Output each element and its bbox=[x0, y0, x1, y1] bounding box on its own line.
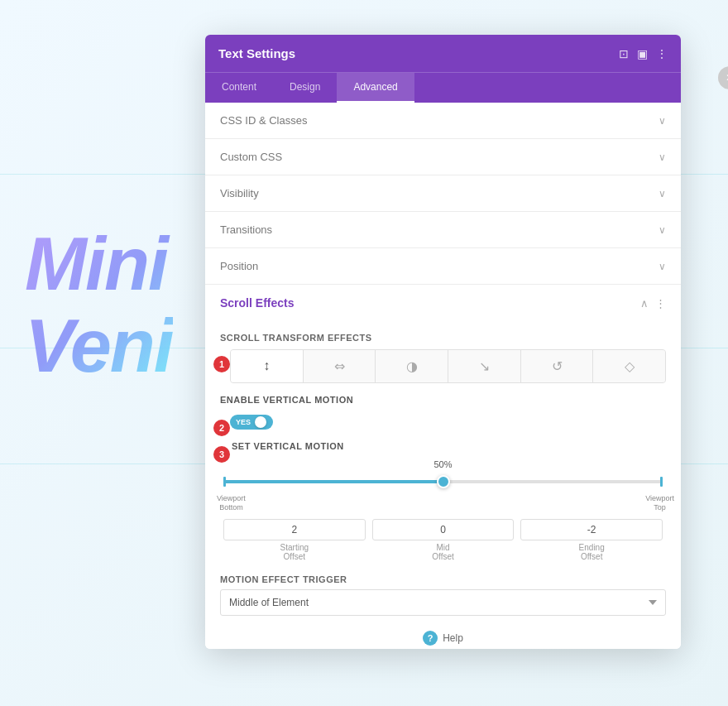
toggle-knob bbox=[255, 416, 266, 428]
accordion-custom-css-label: Custom CSS bbox=[220, 151, 282, 163]
accordion-custom-css-header[interactable]: Custom CSS ∨ bbox=[205, 139, 681, 175]
vertical-motion-icon: ↕ bbox=[263, 358, 270, 372]
motion-slider-area: 50% ViewportBottom ViewportTop bbox=[220, 459, 666, 561]
chevron-down-icon: ∨ bbox=[659, 261, 666, 272]
accordion-css-id-header[interactable]: CSS ID & Classes ∨ bbox=[205, 103, 681, 138]
chevron-down-icon: ∨ bbox=[659, 224, 666, 236]
mid-offset-item: MidOffset bbox=[372, 519, 515, 561]
rotate-icon: ↺ bbox=[552, 359, 563, 373]
ending-offset-label: EndingOffset bbox=[520, 543, 663, 561]
scroll-effects-body: Scroll Transform Effects 1 ↕ ⇔ ◑ bbox=[205, 333, 681, 649]
enable-motion-wrapper: Enable Vertical Motion 2 YES bbox=[220, 395, 666, 430]
tab-content[interactable]: Content bbox=[205, 73, 273, 103]
chevron-down-icon: ∨ bbox=[659, 188, 666, 199]
transform-icons-row: ↕ ⇔ ◑ ↘ ↺ bbox=[230, 349, 666, 383]
accordion-visibility-label: Visibility bbox=[220, 187, 259, 199]
slider-percentage: 50% bbox=[223, 459, 663, 469]
accordion-position-label: Position bbox=[220, 260, 258, 272]
set-vertical-motion-label: Set Vertical Motion bbox=[232, 441, 344, 451]
chevron-down-icon: ∨ bbox=[659, 115, 666, 127]
panel-tabs: Content Design Advanced bbox=[205, 72, 681, 103]
transform-horizontal-btn[interactable]: ⇔ bbox=[304, 350, 376, 382]
slider-thumb[interactable] bbox=[437, 475, 450, 488]
panel-header: Text Settings ⊡ ▣ ⋮ bbox=[205, 35, 681, 72]
accordion-visibility-header[interactable]: Visibility ∨ bbox=[205, 175, 681, 211]
scroll-effects-controls: ∧ ⋮ bbox=[640, 297, 666, 310]
badge-3: 3 bbox=[213, 446, 230, 463]
accordion-transitions-header[interactable]: Transitions ∨ bbox=[205, 212, 681, 247]
transform-rotate-btn[interactable]: ↺ bbox=[521, 350, 594, 382]
accordion-css-id-label: CSS ID & Classes bbox=[220, 114, 307, 127]
help-text: Help bbox=[443, 632, 463, 644]
accordion-visibility: Visibility ∨ bbox=[205, 175, 681, 212]
accordion-transitions: Transitions ∨ bbox=[205, 212, 681, 248]
toggle-yes-label: YES bbox=[233, 417, 253, 427]
canvas-bg-text: Mini Veni bbox=[25, 223, 173, 387]
slider-track-container: ViewportBottom ViewportTop bbox=[223, 473, 663, 491]
trigger-select[interactable]: Middle of Element Bottom of Element Top … bbox=[220, 589, 666, 616]
trigger-label: Motion Effect Trigger bbox=[220, 574, 666, 584]
panel-title: Text Settings bbox=[218, 46, 295, 60]
toggle-row: 2 YES bbox=[220, 415, 666, 430]
transform-vertical-btn[interactable]: ↕ bbox=[231, 350, 304, 382]
transform-opacity-btn[interactable]: ◑ bbox=[376, 350, 448, 382]
opacity-icon: ◑ bbox=[406, 359, 418, 373]
scroll-effects-header[interactable]: Scroll Effects ∧ ⋮ bbox=[205, 285, 681, 321]
more-icon[interactable]: ⋮ bbox=[656, 47, 668, 60]
offset-row: StartingOffset MidOffset EndingOffset bbox=[223, 519, 663, 561]
mid-offset-input[interactable] bbox=[372, 519, 515, 540]
slider-track[interactable] bbox=[223, 480, 663, 483]
ending-offset-item: EndingOffset bbox=[520, 519, 663, 561]
viewport-bottom-label: ViewportBottom bbox=[217, 494, 246, 512]
layout-icon[interactable]: ▣ bbox=[637, 47, 648, 60]
accordion-position-header[interactable]: Position ∨ bbox=[205, 248, 681, 284]
slider-fill bbox=[223, 480, 443, 483]
help-row: ? Help bbox=[220, 616, 666, 649]
accordion-custom-css: Custom CSS ∨ bbox=[205, 139, 681, 175]
scroll-effects-title: Scroll Effects bbox=[220, 296, 294, 310]
enable-motion-toggle[interactable]: YES bbox=[230, 415, 273, 430]
starting-offset-input[interactable] bbox=[223, 519, 366, 540]
horizontal-motion-icon: ⇔ bbox=[334, 359, 345, 373]
badge-2: 2 bbox=[213, 420, 230, 436]
starting-offset-item: StartingOffset bbox=[223, 519, 366, 561]
tab-design[interactable]: Design bbox=[273, 73, 337, 103]
starting-offset-label: StartingOffset bbox=[223, 543, 366, 561]
ending-offset-input[interactable] bbox=[520, 519, 663, 540]
trigger-section: Motion Effect Trigger Middle of Element … bbox=[220, 574, 666, 616]
accordion-position: Position ∨ bbox=[205, 248, 681, 285]
transform-row-wrapper: 1 ↕ ⇔ ◑ ↘ bbox=[220, 349, 666, 383]
enable-vertical-motion-label: Enable Vertical Motion bbox=[220, 395, 666, 405]
transform-effects-label: Scroll Transform Effects bbox=[220, 333, 666, 343]
mid-offset-label: MidOffset bbox=[372, 543, 515, 561]
settings-panel: Text Settings ⊡ ▣ ⋮ Content Design Advan… bbox=[205, 35, 681, 649]
scale-icon: ↘ bbox=[479, 359, 490, 373]
help-icon[interactable]: ? bbox=[423, 631, 438, 646]
accordion-css-id: CSS ID & Classes ∨ bbox=[205, 103, 681, 139]
more-options-icon[interactable]: ⋮ bbox=[655, 297, 666, 310]
tab-advanced[interactable]: Advanced bbox=[337, 73, 414, 103]
slider-right-endpoint bbox=[660, 477, 663, 487]
slider-left-endpoint bbox=[223, 477, 226, 487]
scroll-effects-section: Scroll Effects ∧ ⋮ Scroll Transform Effe… bbox=[205, 285, 681, 649]
transform-scale-btn[interactable]: ↘ bbox=[448, 350, 521, 382]
transform-blur-btn[interactable]: ◇ bbox=[593, 350, 665, 382]
accordion-transitions-label: Transitions bbox=[220, 223, 272, 236]
vertical-motion-label-wrapper: 3 Set Vertical Motion bbox=[220, 441, 666, 451]
viewport-top-label: ViewportTop bbox=[645, 494, 674, 512]
panel-header-icons: ⊡ ▣ ⋮ bbox=[619, 47, 668, 60]
vertical-motion-section: 3 Set Vertical Motion 50% bbox=[220, 441, 666, 561]
focus-icon[interactable]: ⊡ bbox=[619, 47, 629, 60]
panel-body: CSS ID & Classes ∨ Custom CSS ∨ Visibili… bbox=[205, 103, 681, 649]
blur-icon: ◇ bbox=[625, 359, 635, 373]
badge-1: 1 bbox=[213, 356, 230, 372]
chevron-up-icon[interactable]: ∧ bbox=[640, 297, 649, 310]
chevron-down-icon: ∨ bbox=[659, 151, 666, 163]
